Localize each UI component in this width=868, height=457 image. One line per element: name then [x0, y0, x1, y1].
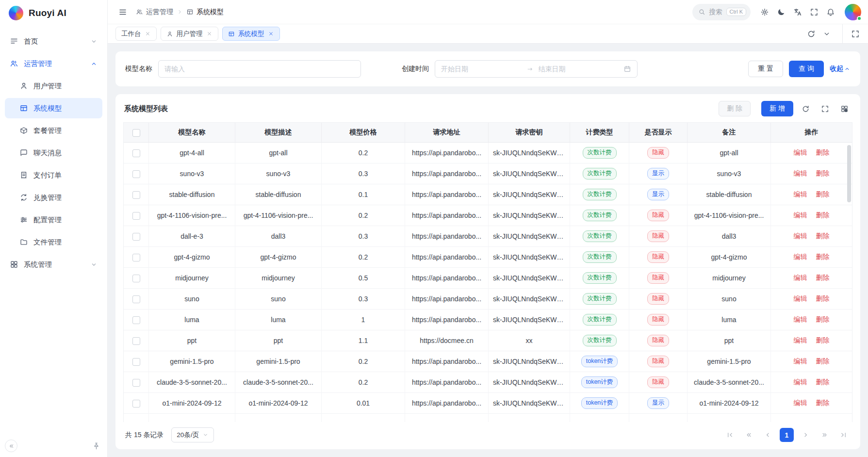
next-page-button[interactable] [799, 428, 813, 442]
breadcrumb-item[interactable]: 运营管理 [136, 8, 173, 16]
row-checkbox[interactable] [132, 275, 140, 282]
edit-link[interactable]: 编辑 [794, 253, 807, 261]
tabs-menu-button[interactable] [819, 26, 835, 42]
edit-link[interactable]: 编辑 [794, 232, 807, 240]
moon-button[interactable] [773, 4, 789, 20]
delete-link[interactable]: 删除 [816, 190, 830, 198]
edit-link[interactable]: 编辑 [794, 357, 807, 365]
row-checkbox[interactable] [132, 212, 140, 220]
edit-link[interactable]: 编辑 [794, 148, 807, 156]
row-checkbox[interactable] [132, 358, 140, 366]
avatar[interactable] [845, 4, 861, 20]
start-date-input[interactable] [441, 65, 522, 73]
double-right-icon [821, 431, 828, 439]
next-5-pages-button[interactable] [818, 428, 832, 442]
sidebar-item-home[interactable]: 首页 [5, 31, 102, 51]
sidebar-item-package-management[interactable]: 套餐管理 [5, 120, 102, 141]
collapse-filter-link[interactable]: 收起 [830, 65, 851, 73]
close-icon[interactable] [145, 31, 151, 37]
menu-toggle-button[interactable] [115, 4, 131, 20]
last-page-button[interactable] [836, 428, 851, 442]
sidebar-item-operations[interactable]: 运营管理 [5, 53, 102, 74]
prev-page-button[interactable] [761, 428, 775, 442]
gear-button[interactable] [756, 4, 773, 20]
edit-link[interactable]: 编辑 [794, 399, 807, 407]
edit-link[interactable]: 编辑 [794, 378, 807, 386]
edit-link[interactable]: 编辑 [794, 315, 807, 323]
tabs-refresh-button[interactable] [803, 26, 819, 42]
translate-button[interactable] [789, 4, 806, 20]
row-checkbox[interactable] [132, 316, 140, 324]
delete-link[interactable]: 删除 [816, 148, 830, 156]
edit-link[interactable]: 编辑 [794, 211, 807, 219]
row-checkbox[interactable] [132, 337, 140, 345]
edit-link[interactable]: 编辑 [794, 274, 807, 281]
sidebar-collapse-button[interactable] [5, 440, 17, 452]
edit-link[interactable]: 编辑 [794, 169, 807, 177]
delete-link[interactable]: 删除 [816, 378, 830, 386]
row-checkbox[interactable] [132, 254, 140, 261]
edit-link[interactable]: 编辑 [794, 190, 807, 198]
reset-button[interactable]: 重 置 [748, 61, 783, 77]
delete-link[interactable]: 删除 [816, 336, 830, 344]
tab-system-model[interactable]: 系统模型 [222, 27, 280, 41]
row-checkbox[interactable] [132, 295, 140, 303]
sidebar-item-payment-orders[interactable]: 支付订单 [5, 165, 102, 185]
bell-button[interactable] [822, 4, 839, 20]
close-icon[interactable] [268, 31, 274, 37]
delete-link[interactable]: 删除 [816, 399, 830, 407]
scrollbar-thumb[interactable] [847, 145, 851, 202]
cell-model-desc: dall3 [235, 226, 322, 247]
sidebar-item-system-management[interactable]: 系统管理 [5, 254, 102, 275]
prev-5-pages-button[interactable] [742, 428, 756, 442]
end-date-input[interactable] [539, 65, 619, 73]
row-checkbox[interactable] [132, 400, 140, 408]
add-button[interactable]: 新 增 [761, 101, 793, 116]
table-refresh-button[interactable] [798, 101, 813, 116]
delete-link[interactable]: 删除 [816, 294, 830, 302]
edit-link[interactable]: 编辑 [794, 294, 807, 302]
batch-delete-button[interactable]: 删 除 [719, 101, 751, 116]
first-page-button[interactable] [723, 428, 737, 442]
page-size-select[interactable]: 20条/页 [171, 427, 214, 442]
sidebar-item-user-management[interactable]: 用户管理 [5, 76, 102, 96]
row-checkbox[interactable] [132, 233, 140, 241]
table-fullscreen-button[interactable] [818, 101, 832, 116]
delete-link[interactable]: 删除 [816, 169, 830, 177]
logo-text: Ruoyi AI [29, 8, 66, 18]
delete-link[interactable]: 删除 [816, 315, 830, 323]
sidebar-item-config-management[interactable]: 配置管理 [5, 210, 102, 230]
fullscreen-button[interactable] [806, 4, 822, 20]
cell-billing-type: token计费 [570, 372, 629, 393]
sidebar-item-chat-messages[interactable]: 聊天消息 [5, 143, 102, 163]
column-header: 备注 [688, 123, 771, 143]
model-name-input[interactable] [164, 65, 355, 73]
delete-link[interactable]: 删除 [816, 357, 830, 365]
pin-icon[interactable] [92, 442, 100, 450]
page-1-button[interactable]: 1 [780, 428, 794, 442]
delete-link[interactable]: 删除 [816, 211, 830, 219]
select-all-checkbox[interactable] [132, 129, 140, 137]
cell-request-url: https://api.pandarobo... [405, 393, 489, 414]
delete-link[interactable]: 删除 [816, 232, 830, 240]
close-icon[interactable] [206, 31, 213, 37]
row-checkbox[interactable] [132, 170, 140, 178]
sidebar-item-file-management[interactable]: 文件管理 [5, 232, 102, 252]
sidebar-item-exchange-management[interactable]: 兑换管理 [5, 187, 102, 208]
content-fullscreen-button[interactable] [848, 26, 863, 42]
tab-workbench[interactable]: 工作台 [115, 27, 157, 41]
edit-link[interactable]: 编辑 [794, 336, 807, 344]
breadcrumb-item[interactable]: 系统模型 [186, 8, 224, 16]
row-checkbox[interactable] [132, 149, 140, 157]
column-settings-button[interactable] [837, 101, 852, 116]
query-button[interactable]: 查 询 [789, 61, 824, 77]
delete-link[interactable]: 删除 [816, 274, 830, 281]
global-search[interactable]: 搜索 Ctrl K [692, 4, 751, 20]
sidebar-item-system-model[interactable]: 系统模型 [5, 98, 102, 118]
delete-link[interactable]: 删除 [816, 253, 830, 261]
calendar-icon[interactable] [623, 65, 631, 73]
row-checkbox[interactable] [132, 379, 140, 387]
row-checkbox[interactable] [132, 191, 140, 199]
tab-user-management[interactable]: 用户管理 [161, 27, 218, 41]
checkbox-cell [124, 289, 149, 310]
